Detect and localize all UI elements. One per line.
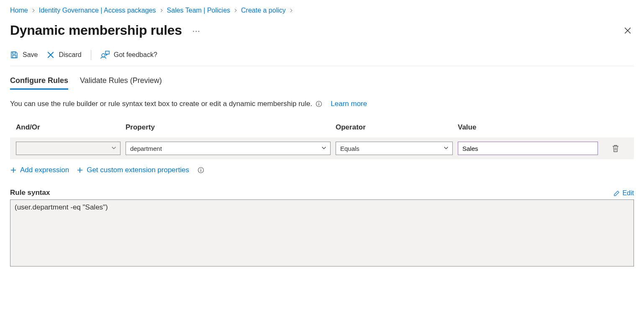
info-icon[interactable] xyxy=(316,101,322,107)
property-select[interactable]: department xyxy=(126,142,331,155)
toolbar: Save Discard Got feedback? xyxy=(10,50,634,66)
chevron-down-icon xyxy=(321,145,327,152)
rule-syntax-textarea[interactable] xyxy=(10,199,634,266)
plus-icon xyxy=(10,167,17,173)
rule-syntax-header: Rule syntax Edit xyxy=(10,189,634,197)
rule-table-header: And/Or Property Operator Value xyxy=(10,123,634,137)
rule-actions: Add expression Get custom extension prop… xyxy=(10,166,634,174)
edit-syntax-button[interactable]: Edit xyxy=(613,189,634,197)
pencil-icon xyxy=(613,190,620,197)
feedback-label: Got feedback? xyxy=(114,51,157,59)
rule-builder-table: And/Or Property Operator Value departmen… xyxy=(10,123,634,159)
breadcrumb: Home Identity Governance | Access packag… xyxy=(10,7,634,14)
andor-select[interactable] xyxy=(16,142,121,155)
chevron-right-icon xyxy=(289,8,293,13)
col-andor: And/Or xyxy=(16,123,121,132)
save-button[interactable]: Save xyxy=(10,51,38,59)
col-operator: Operator xyxy=(336,123,453,132)
close-button[interactable] xyxy=(621,24,634,37)
svg-point-8 xyxy=(200,168,201,169)
feedback-icon xyxy=(100,51,110,59)
get-extension-properties-button[interactable]: Get custom extension properties xyxy=(77,166,189,174)
add-expression-button[interactable]: Add expression xyxy=(10,166,69,174)
operator-value: Equals xyxy=(340,145,359,152)
description-text: You can use the rule builder or rule syn… xyxy=(10,100,312,108)
breadcrumb-item-home[interactable]: Home xyxy=(10,7,28,14)
edit-label: Edit xyxy=(622,189,634,197)
col-property: Property xyxy=(126,123,331,132)
chevron-down-icon xyxy=(111,145,117,152)
svg-rect-9 xyxy=(200,170,201,172)
property-value: department xyxy=(130,145,162,152)
tab-validate-rules[interactable]: Validate Rules (Preview) xyxy=(80,75,162,90)
close-icon xyxy=(47,51,54,59)
svg-rect-3 xyxy=(105,51,109,54)
save-label: Save xyxy=(23,51,38,59)
add-expression-label: Add expression xyxy=(20,166,69,174)
tab-configure-rules[interactable]: Configure Rules xyxy=(10,75,68,90)
svg-rect-1 xyxy=(13,55,16,58)
tabs: Configure Rules Validate Rules (Preview) xyxy=(10,75,634,90)
chevron-right-icon xyxy=(159,8,164,13)
operator-select[interactable]: Equals xyxy=(336,142,453,155)
info-icon[interactable] xyxy=(198,167,204,173)
toolbar-separator xyxy=(91,50,91,60)
rule-row: department Equals xyxy=(10,137,634,159)
discard-label: Discard xyxy=(59,51,81,59)
plus-icon xyxy=(77,167,83,173)
svg-rect-0 xyxy=(13,52,15,54)
page-title: Dynamic membership rules xyxy=(10,23,182,38)
svg-point-2 xyxy=(102,54,105,57)
svg-point-5 xyxy=(318,102,319,103)
feedback-button[interactable]: Got feedback? xyxy=(100,51,157,59)
learn-more-link[interactable]: Learn more xyxy=(331,100,367,108)
breadcrumb-item-identity-governance[interactable]: Identity Governance | Access packages xyxy=(39,7,156,14)
close-icon xyxy=(624,27,631,34)
rule-syntax-label: Rule syntax xyxy=(10,189,50,197)
value-input[interactable] xyxy=(458,142,598,155)
chevron-right-icon xyxy=(31,8,36,13)
more-button[interactable]: … xyxy=(192,24,201,36)
chevron-right-icon xyxy=(233,8,238,13)
title-row: Dynamic membership rules … xyxy=(10,23,634,38)
delete-row-button[interactable] xyxy=(603,144,628,153)
svg-rect-6 xyxy=(319,103,319,106)
description: You can use the rule builder or rule syn… xyxy=(10,100,634,108)
get-ext-props-label: Get custom extension properties xyxy=(87,166,189,174)
save-icon xyxy=(10,51,18,59)
breadcrumb-item-sales-team[interactable]: Sales Team | Policies xyxy=(167,7,230,14)
breadcrumb-item-create-policy[interactable]: Create a policy xyxy=(241,7,286,14)
col-value: Value xyxy=(458,123,598,132)
discard-button[interactable]: Discard xyxy=(47,51,81,59)
chevron-down-icon xyxy=(443,145,449,152)
trash-icon xyxy=(612,144,619,153)
